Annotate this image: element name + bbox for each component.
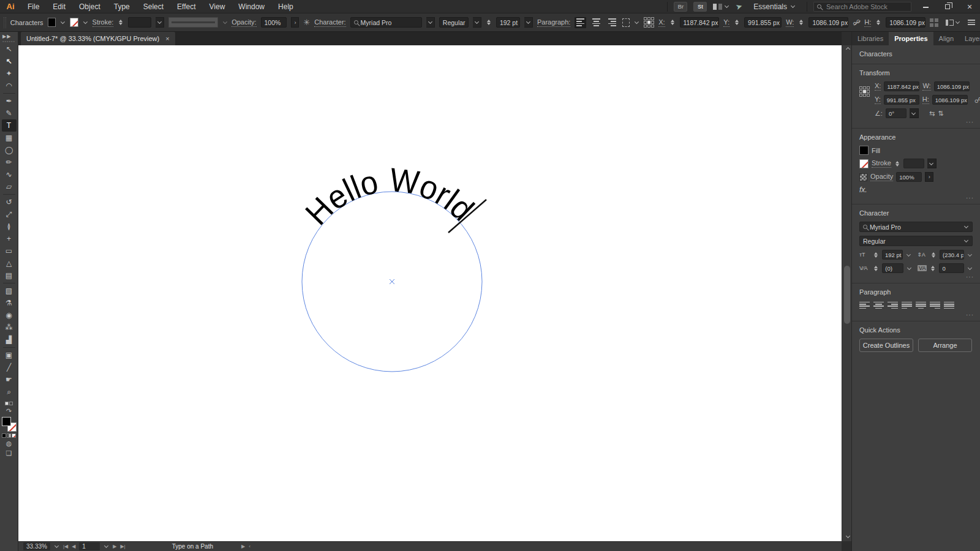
y-label[interactable]: Y: xyxy=(723,18,729,27)
x-field[interactable]: 1187.842 px xyxy=(884,81,919,91)
h-field[interactable]: 1086.109 px xyxy=(932,95,968,105)
w-label[interactable]: W: xyxy=(786,18,794,27)
close-icon[interactable]: × xyxy=(165,35,169,42)
align-left-button[interactable] xyxy=(575,17,586,28)
y-label[interactable]: Y: xyxy=(875,96,881,104)
arrange-documents-icon[interactable] xyxy=(713,4,729,10)
font-family-dropdown[interactable] xyxy=(426,17,435,28)
menu-select[interactable]: Select xyxy=(137,0,170,13)
scrollbar-thumb[interactable] xyxy=(844,266,850,324)
mesh-tool[interactable]: ▤ xyxy=(2,269,17,282)
stroke-weight-dropdown[interactable] xyxy=(927,159,937,168)
free-transform-tool[interactable]: ▭ xyxy=(2,245,17,257)
flip-vertical-icon[interactable]: ⇅ xyxy=(938,110,943,118)
type-on-a-path-tool[interactable]: T xyxy=(2,119,17,132)
color-mode-chips[interactable] xyxy=(2,433,16,438)
minimize-button[interactable] xyxy=(918,1,933,13)
hand-tool[interactable]: ☛ xyxy=(2,373,17,386)
chevron-down-icon[interactable] xyxy=(968,252,972,257)
artboard-canvas[interactable]: Hello World xyxy=(18,45,842,541)
menu-view[interactable]: View xyxy=(203,0,232,13)
tab-properties[interactable]: Properties xyxy=(889,32,933,45)
scroll-down-icon[interactable] xyxy=(846,534,850,538)
tracking-stepper[interactable] xyxy=(931,266,935,271)
font-family-select[interactable]: Myriad Pro xyxy=(859,222,973,232)
h-field[interactable]: 1086.109 px xyxy=(886,17,925,28)
character-label[interactable]: Character: xyxy=(314,18,345,27)
artboard-tool[interactable]: ▣ xyxy=(2,349,17,361)
chevron-down-icon[interactable] xyxy=(61,20,65,24)
stroke-weight-label[interactable]: Stroke: xyxy=(92,18,114,27)
chevron-down-icon[interactable] xyxy=(907,266,911,270)
menu-edit[interactable]: Edit xyxy=(46,0,72,13)
tab-layers[interactable]: Layers xyxy=(959,32,980,45)
status-expand-icon[interactable]: ‹ xyxy=(249,544,251,549)
paintbrush-tool[interactable]: ✏ xyxy=(2,156,17,168)
x-label[interactable]: X: xyxy=(875,82,881,91)
none-chip[interactable] xyxy=(12,433,16,438)
font-size-stepper[interactable] xyxy=(874,252,878,258)
gradient-chip[interactable] xyxy=(7,433,11,438)
reference-point-icon[interactable] xyxy=(859,86,870,118)
prev-artboard-button[interactable]: ◀ xyxy=(72,544,75,549)
stroke-weight-field[interactable] xyxy=(128,17,151,28)
opacity-more-button[interactable]: › xyxy=(925,172,933,182)
artboard-dropdown-icon[interactable] xyxy=(104,544,108,548)
more-options-button[interactable]: ··· xyxy=(966,195,974,201)
zoom-level-field[interactable]: 33.33% xyxy=(23,542,50,550)
opacity-label[interactable]: Opacity xyxy=(870,173,893,181)
stroke-weight-stepper[interactable] xyxy=(895,161,899,167)
menu-effect[interactable]: Effect xyxy=(170,0,202,13)
opacity-more-button[interactable]: › xyxy=(291,17,299,28)
align-center-button[interactable] xyxy=(590,17,602,28)
blend-tool[interactable]: ◉ xyxy=(2,309,17,321)
font-style-select[interactable]: Regular xyxy=(859,236,973,246)
arrange-button[interactable]: Arrange xyxy=(918,339,972,352)
align-right-button[interactable] xyxy=(888,301,898,310)
last-artboard-button[interactable]: ▶| xyxy=(120,544,125,549)
stock-button[interactable]: St xyxy=(693,2,707,12)
menu-file[interactable]: File xyxy=(21,0,46,13)
curvature-tool[interactable]: ✎ xyxy=(2,107,17,119)
fill-stroke-proxy[interactable] xyxy=(2,417,17,432)
scale-tool[interactable]: ⤢ xyxy=(2,208,17,220)
leading-stepper[interactable] xyxy=(932,252,935,258)
magic-wand-tool[interactable]: ✦ xyxy=(2,67,17,80)
tracking-field[interactable]: 0 xyxy=(939,263,964,273)
restore-button[interactable] xyxy=(940,1,956,13)
menu-object[interactable]: Object xyxy=(72,0,107,13)
constrain-proportions-icon[interactable]: ☍ xyxy=(853,18,860,27)
panel-menu-icon[interactable] xyxy=(968,18,975,26)
default-fill-stroke-icon[interactable] xyxy=(5,402,13,405)
more-options-button[interactable]: ··· xyxy=(966,312,974,318)
fill-color-swatch[interactable] xyxy=(48,18,56,27)
chevron-down-icon[interactable] xyxy=(635,20,639,24)
menu-help[interactable]: Help xyxy=(271,0,300,13)
stroke-weight-field[interactable] xyxy=(903,159,924,168)
chevron-down-icon[interactable] xyxy=(968,266,972,270)
align-right-button[interactable] xyxy=(606,17,618,28)
menu-window[interactable]: Window xyxy=(232,0,271,13)
zoom-dropdown-icon[interactable] xyxy=(55,544,59,548)
leading-field[interactable]: (230.4 pt xyxy=(940,250,964,260)
font-size-dropdown[interactable] xyxy=(524,17,533,28)
font-size-field[interactable]: 192 pt xyxy=(882,250,903,260)
x-field[interactable]: 1187.842 px xyxy=(680,17,720,28)
align-left-button[interactable] xyxy=(859,301,870,310)
document-tab[interactable]: Untitled-7* @ 33.33% (CMYK/GPU Preview) … xyxy=(21,32,175,45)
pen-tool[interactable]: ✒ xyxy=(2,95,17,107)
create-outlines-button[interactable]: Create Outlines xyxy=(859,339,913,352)
ellipse-tool[interactable]: ◯ xyxy=(2,144,17,156)
fill-label[interactable]: Fill xyxy=(872,147,880,154)
x-label[interactable]: X: xyxy=(658,18,665,27)
justify-center-button[interactable] xyxy=(916,301,926,310)
justify-left-button[interactable] xyxy=(902,301,912,310)
swap-fill-stroke-icon[interactable]: ↷ xyxy=(6,407,12,415)
justify-right-button[interactable] xyxy=(930,301,940,310)
stroke-swatch[interactable] xyxy=(859,159,869,168)
rotate-tool[interactable]: ↺ xyxy=(2,196,17,208)
kerning-field[interactable]: (0) xyxy=(882,263,903,273)
stroke-color-swatch[interactable] xyxy=(70,18,78,27)
eyedropper-tool[interactable]: ⚗ xyxy=(2,297,17,309)
chevron-down-icon[interactable] xyxy=(907,252,911,257)
